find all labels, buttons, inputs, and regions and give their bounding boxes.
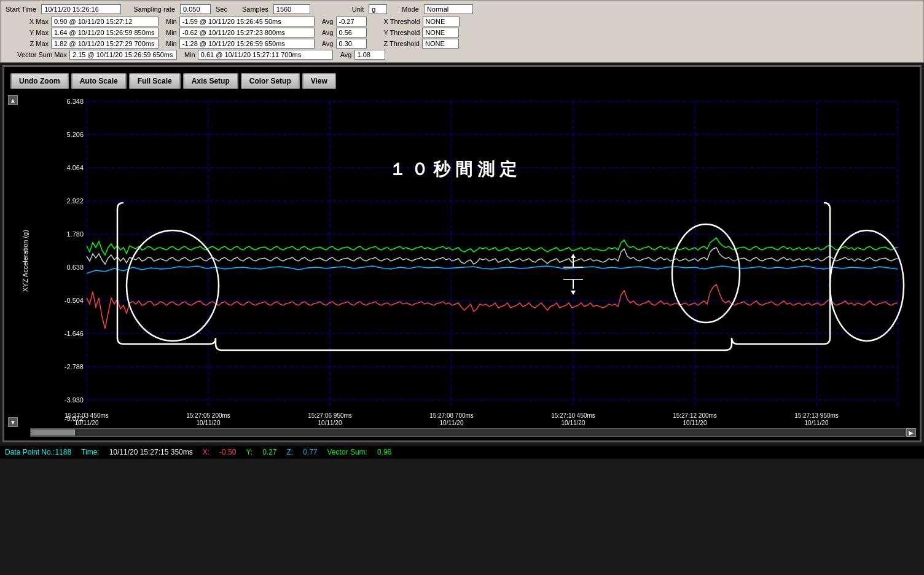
z-stats-row: Z Max 1.82 @ 10/11/20 15:27:29 700ms Min… bbox=[6, 39, 918, 49]
scrollbar-thumb[interactable] bbox=[31, 429, 75, 436]
full-scale-button[interactable]: Full Scale bbox=[129, 73, 181, 89]
chart-container: Undo Zoom Auto Scale Full Scale Axis Set… bbox=[2, 65, 922, 442]
scrollbar-track[interactable] bbox=[30, 428, 906, 437]
x-min-value: -1.59 @ 10/11/20 15:26:45 50ms bbox=[179, 17, 315, 26]
far-right-oval bbox=[830, 230, 904, 341]
svg-text:15:27:08 700ms: 15:27:08 700ms bbox=[429, 412, 474, 419]
svg-text:10/11/20: 10/11/20 bbox=[440, 420, 464, 426]
z-avg-label: Avg bbox=[322, 40, 334, 47]
svg-text:15:27:12 200ms: 15:27:12 200ms bbox=[673, 412, 717, 419]
svg-text:10/11/20: 10/11/20 bbox=[562, 420, 585, 426]
svg-text:15:27:13 950ms: 15:27:13 950ms bbox=[794, 412, 839, 419]
x-max-label: X Max bbox=[6, 18, 49, 25]
status-x-value: -0.50 bbox=[219, 448, 236, 456]
svg-text:4.064: 4.064 bbox=[66, 164, 84, 171]
axis-setup-button[interactable]: Axis Setup bbox=[183, 73, 238, 89]
color-setup-button[interactable]: Color Setup bbox=[241, 73, 300, 89]
mode-label: Mode bbox=[402, 6, 419, 13]
left-oval bbox=[127, 230, 219, 341]
h-scrollbar[interactable]: ▶ bbox=[30, 428, 916, 437]
view-button[interactable]: View bbox=[302, 73, 336, 89]
unit-value: g bbox=[369, 4, 387, 14]
auto-scale-button[interactable]: Auto Scale bbox=[71, 73, 127, 89]
x-stats-row: X Max 0.90 @ 10/11/20 15:27:12 Min -1.59… bbox=[6, 17, 918, 26]
scroll-right-button[interactable]: ▶ bbox=[906, 428, 916, 437]
scroll-up-button[interactable]: ▲ bbox=[8, 95, 18, 105]
svg-text:1.780: 1.780 bbox=[66, 230, 84, 238]
y-avg-value: 0.56 bbox=[336, 28, 367, 37]
top-panel: Start Time 10/11/20 15:26:16 Sampling ra… bbox=[0, 0, 924, 63]
scroll-down-button[interactable]: ▼ bbox=[8, 417, 18, 427]
v-scrollbar[interactable]: ▲ ▼ bbox=[8, 95, 19, 427]
svg-text:-0.504: -0.504 bbox=[65, 297, 84, 304]
undo-zoom-button[interactable]: Undo Zoom bbox=[10, 73, 69, 89]
chart-area: ▲ ▼ XYZ Acceleration (g) bbox=[8, 95, 916, 427]
svg-text:15:27:05 200ms: 15:27:05 200ms bbox=[186, 412, 230, 419]
stats-rows: X Max 0.90 @ 10/11/20 15:27:12 Min -1.59… bbox=[6, 17, 918, 60]
samples-label: Samples bbox=[242, 6, 268, 13]
x-max-value: 0.90 @ 10/11/20 15:27:12 bbox=[51, 17, 159, 26]
vs-max-label: Vector Sum Max bbox=[6, 51, 67, 58]
svg-text:5.206: 5.206 bbox=[66, 131, 84, 138]
status-z-value: 0.77 bbox=[303, 448, 317, 456]
z-max-label: Z Max bbox=[6, 40, 49, 47]
status-z-label: Z: bbox=[287, 448, 294, 456]
vs-avg-value: 1.08 bbox=[354, 50, 385, 60]
y-max-label: Y Max bbox=[6, 29, 49, 36]
svg-text:2.922: 2.922 bbox=[66, 197, 84, 205]
x-avg-value: -0.27 bbox=[336, 17, 367, 26]
start-time-label: Start Time bbox=[6, 6, 36, 13]
sampling-rate-value: 0.050 bbox=[180, 4, 211, 14]
svg-text:10/11/20: 10/11/20 bbox=[75, 420, 99, 426]
arrowhead-up-lower bbox=[571, 291, 576, 295]
y-avg-label: Avg bbox=[322, 29, 334, 36]
y-stats-row: Y Max 1.64 @ 10/11/20 15:26:59 850ms Min… bbox=[6, 28, 918, 37]
vs-max-value: 2.15 @ 10/11/20 15:26:59 650ms bbox=[69, 50, 177, 60]
y-threshold-value: NONE bbox=[422, 28, 459, 37]
header-row: Start Time 10/11/20 15:26:16 Sampling ra… bbox=[6, 3, 918, 15]
status-x-label: X: bbox=[203, 448, 209, 456]
status-vs-label: Vector Sum: bbox=[327, 448, 367, 456]
svg-text:15:27:10 450ms: 15:27:10 450ms bbox=[551, 412, 595, 419]
x-min-label: Min bbox=[166, 18, 177, 25]
toolbar: Undo Zoom Auto Scale Full Scale Axis Set… bbox=[8, 71, 916, 92]
z-min-label: Min bbox=[166, 40, 177, 47]
vs-min-label: Min bbox=[184, 51, 195, 58]
status-bar: Data Point No.:1188 Time: 10/11/20 15:27… bbox=[0, 445, 924, 459]
z-threshold-value: NONE bbox=[422, 39, 459, 49]
svg-text:15:27:06 950ms: 15:27:06 950ms bbox=[308, 412, 352, 419]
y-axis-label: XYZ Acceleration (g) bbox=[20, 95, 30, 427]
status-time-label: Time: bbox=[81, 448, 100, 456]
z-min-value: -1.28 @ 10/11/20 15:26:59 650ms bbox=[179, 39, 315, 49]
data-point-label: Data Point No.:1188 bbox=[5, 448, 71, 456]
mode-value: Normal bbox=[424, 4, 473, 14]
y-threshold-label: Y Threshold bbox=[384, 29, 420, 36]
annotation-text: １０秒間測定 bbox=[389, 159, 522, 179]
vs-stats-row: Vector Sum Max 2.15 @ 10/11/20 15:26:59 … bbox=[6, 50, 918, 60]
svg-text:10/11/20: 10/11/20 bbox=[805, 420, 829, 426]
svg-text:0.638: 0.638 bbox=[66, 264, 84, 271]
x-threshold-value: NONE bbox=[423, 17, 460, 26]
sec-label: Sec bbox=[216, 6, 227, 13]
z-avg-value: 0.30 bbox=[336, 39, 367, 49]
center-right-oval bbox=[672, 224, 740, 323]
annotation-brace bbox=[117, 203, 830, 350]
y-min-value: -0.62 @ 10/11/20 15:27:23 800ms bbox=[179, 28, 315, 37]
status-vs-value: 0.96 bbox=[377, 448, 391, 456]
sampling-rate-label: Sampling rate bbox=[133, 6, 175, 13]
samples-value: 1560 bbox=[273, 4, 310, 14]
svg-text:10/11/20: 10/11/20 bbox=[683, 420, 707, 426]
vs-min-value: 0.61 @ 10/11/20 15:27:11 700ms bbox=[198, 50, 333, 60]
svg-text:6.348: 6.348 bbox=[66, 98, 84, 105]
start-time-value: 10/11/20 15:26:16 bbox=[41, 4, 121, 14]
chart-main: 6.348 5.206 4.064 2.922 1.780 0.638 -0.5… bbox=[31, 95, 916, 427]
z-threshold-label: Z Threshold bbox=[384, 40, 420, 47]
status-y-value: 0.27 bbox=[262, 448, 276, 456]
z-max-value: 1.82 @ 10/11/20 15:27:29 700ms bbox=[51, 39, 159, 49]
svg-text:10/11/20: 10/11/20 bbox=[197, 420, 221, 426]
y-min-label: Min bbox=[166, 29, 177, 36]
arrowhead-down-upper bbox=[571, 254, 576, 258]
x-threshold-label: X Threshold bbox=[384, 18, 420, 25]
svg-text:-3.930: -3.930 bbox=[65, 396, 84, 404]
svg-text:10/11/20: 10/11/20 bbox=[318, 420, 342, 426]
